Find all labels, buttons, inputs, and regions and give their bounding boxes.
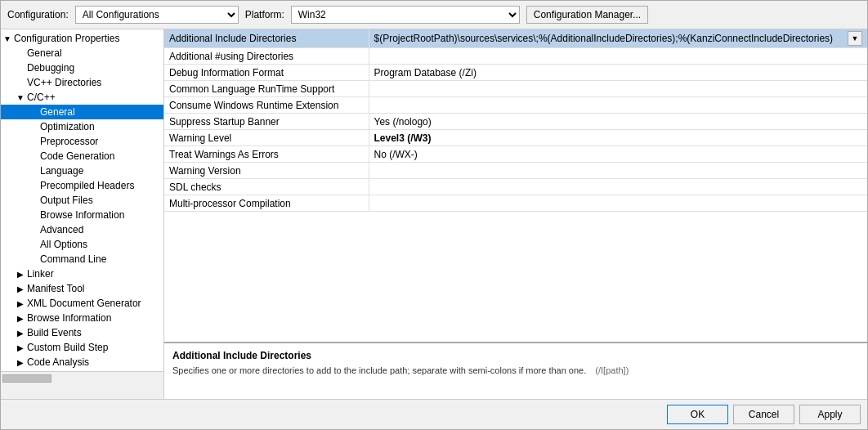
tree-item-cpp-codegen[interactable]: Code Generation: [1, 149, 163, 163]
tree-item-label: VC++ Directories: [27, 77, 101, 88]
tree-item-cpp-precompiled[interactable]: Precompiled Headers: [1, 178, 163, 193]
tree-expander: ▶: [14, 314, 27, 323]
property-value: [369, 179, 867, 195]
tree-item-general[interactable]: General: [1, 46, 163, 60]
tree-item-vc-dirs[interactable]: VC++ Directories: [1, 75, 163, 90]
tree-item-cpp-optimization[interactable]: Optimization: [1, 119, 163, 134]
description-title: Additional Include Directories: [172, 350, 859, 361]
cancel-button[interactable]: Cancel: [733, 405, 794, 424]
scroll-thumb[interactable]: [2, 374, 51, 383]
tree-item-label: Build Events: [27, 327, 82, 338]
tree-item-label: Debugging: [27, 62, 74, 74]
tree-item-debugging[interactable]: Debugging: [1, 60, 163, 75]
tree-expander: ▶: [14, 299, 27, 308]
tree-item-custom-build[interactable]: ▶Custom Build Step: [1, 340, 163, 355]
property-value: [369, 48, 867, 65]
tree-item-cpp-advanced[interactable]: Advanced: [1, 222, 163, 237]
property-value: [369, 195, 867, 212]
property-value: No (/WX-): [369, 146, 867, 163]
config-label: Configuration:: [7, 9, 69, 20]
tree-panel: ▼Configuration PropertiesGeneralDebuggin…: [1, 29, 164, 371]
tree-item-label: Custom Build Step: [27, 342, 108, 353]
property-row[interactable]: Suppress Startup BannerYes (/nologo): [164, 114, 867, 130]
platform-select[interactable]: Win32: [291, 6, 520, 24]
tree-item-label: Preprocessor: [40, 136, 98, 147]
property-name: Additional #using Directories: [164, 48, 369, 65]
tree-item-browse-info[interactable]: ▶Browse Information: [1, 311, 163, 325]
tree-item-label: Optimization: [40, 121, 95, 132]
property-row[interactable]: Common Language RunTime Support: [164, 81, 867, 97]
tree-item-label: Code Analysis: [27, 356, 89, 368]
properties-dialog: Configuration: All Configurations Platfo…: [0, 0, 868, 430]
tree-item-label: General: [27, 47, 62, 59]
tree-item-manifest[interactable]: ▶Manifest Tool: [1, 281, 163, 296]
property-value[interactable]: $(ProjectRootPath)\sources\services\;%(A…: [369, 29, 867, 48]
property-name: Common Language RunTime Support: [164, 81, 369, 97]
property-value: Program Database (/Zi): [369, 65, 867, 81]
property-name: Warning Version: [164, 163, 369, 179]
tree-scrollbar[interactable]: [1, 371, 163, 384]
tree-item-config-props[interactable]: ▼Configuration Properties: [1, 31, 163, 46]
tree-item-cpp-cmdline[interactable]: Command Line: [1, 252, 163, 267]
property-row[interactable]: Warning LevelLevel3 (/W3): [164, 130, 867, 146]
tree-expander: ▶: [14, 358, 27, 367]
tree-expander: ▶: [14, 270, 27, 279]
tree-item-label: Output Files: [40, 195, 93, 206]
ok-button[interactable]: OK: [667, 405, 728, 424]
property-value: [369, 163, 867, 179]
tree-item-cpp-language[interactable]: Language: [1, 163, 163, 178]
tree-item-linker[interactable]: ▶Linker: [1, 267, 163, 281]
tree-item-label: Command Line: [40, 253, 106, 265]
top-bar: Configuration: All Configurations Platfo…: [1, 1, 867, 29]
property-name: Multi-processor Compilation: [164, 195, 369, 212]
property-row[interactable]: Treat Warnings As ErrorsNo (/WX-): [164, 146, 867, 163]
bottom-bar: OK Cancel Apply: [1, 399, 867, 429]
tree-item-code-analysis[interactable]: ▶Code Analysis: [1, 355, 163, 370]
tree-item-label: Language: [40, 165, 83, 177]
tree-item-label: Precompiled Headers: [40, 180, 134, 191]
properties-grid: Additional Include Directories$(ProjectR…: [164, 29, 867, 212]
config-manager-button[interactable]: Configuration Manager...: [526, 6, 648, 24]
apply-button[interactable]: Apply: [799, 405, 861, 424]
property-name: Debug Information Format: [164, 65, 369, 81]
property-value: Level3 (/W3): [369, 130, 867, 146]
tree-item-label: All Options: [40, 239, 87, 250]
left-panel: ▼Configuration PropertiesGeneralDebuggin…: [1, 29, 164, 399]
tree-item-cpp[interactable]: ▼C/C++: [1, 90, 163, 105]
description-hint: (/I[path]): [595, 365, 629, 375]
tree-item-build-events[interactable]: ▶Build Events: [1, 325, 163, 340]
tree-item-cpp-alloptions[interactable]: All Options: [1, 237, 163, 252]
config-select[interactable]: All Configurations: [75, 6, 239, 24]
property-row[interactable]: Multi-processor Compilation: [164, 195, 867, 212]
tree-expander: ▼: [1, 34, 14, 43]
property-value-wrapper: $(ProjectRootPath)\sources\services\;%(A…: [374, 31, 863, 46]
property-name: SDL checks: [164, 179, 369, 195]
tree-item-label: Browse Information: [27, 312, 111, 324]
property-dropdown-button[interactable]: ▼: [848, 31, 862, 46]
property-value: [369, 81, 867, 97]
tree-item-label: Linker: [27, 268, 54, 280]
platform-label: Platform:: [245, 9, 284, 20]
tree-item-cpp-preprocessor[interactable]: Preprocessor: [1, 134, 163, 149]
properties-table: Additional Include Directories$(ProjectR…: [164, 29, 867, 342]
tree-item-cpp-output[interactable]: Output Files: [1, 193, 163, 208]
property-row[interactable]: Debug Information FormatProgram Database…: [164, 65, 867, 81]
property-name: Suppress Startup Banner: [164, 114, 369, 130]
tree-item-label: Code Generation: [40, 150, 114, 162]
property-row[interactable]: Additional #using Directories: [164, 48, 867, 65]
tree-item-label: Configuration Properties: [14, 33, 119, 44]
tree-item-xml-gen[interactable]: ▶XML Document Generator: [1, 296, 163, 311]
tree-item-cpp-general[interactable]: General: [1, 105, 163, 119]
property-name: Treat Warnings As Errors: [164, 146, 369, 163]
property-row[interactable]: SDL checks: [164, 179, 867, 195]
tree-item-label: General: [40, 106, 75, 118]
property-row[interactable]: Consume Windows Runtime Extension: [164, 97, 867, 114]
tree-item-cpp-browse[interactable]: Browse Information: [1, 208, 163, 222]
right-panel: Additional Include Directories$(ProjectR…: [164, 29, 867, 399]
property-value: Yes (/nologo): [369, 114, 867, 130]
property-row[interactable]: Warning Version: [164, 163, 867, 179]
property-row[interactable]: Additional Include Directories$(ProjectR…: [164, 29, 867, 48]
tree-expander: ▶: [14, 284, 27, 293]
tree-item-label: Browse Information: [40, 209, 124, 221]
property-name: Warning Level: [164, 130, 369, 146]
